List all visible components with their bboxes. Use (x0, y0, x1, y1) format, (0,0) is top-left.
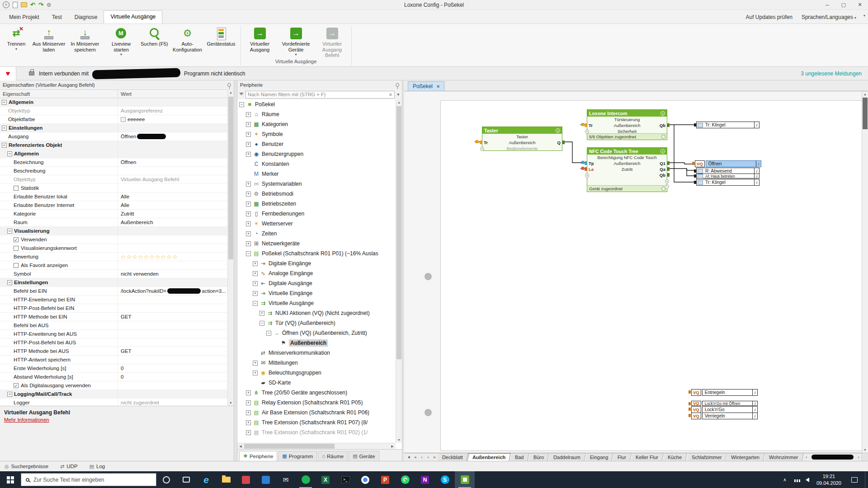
add-input-icon[interactable]: + (480, 147, 484, 151)
expand-icon[interactable]: + (253, 261, 258, 266)
taskbar-search-input[interactable]: Zur Suche Text hier eingeben (21, 473, 156, 486)
page-tab-k-che[interactable]: Küche (663, 453, 688, 461)
ribbon-button-ger-testatus[interactable]: Gerätestatus (206, 26, 237, 56)
pin-icon[interactable] (396, 83, 399, 87)
tree-vertical-scrollbar[interactable]: ▲ ▼ (396, 99, 402, 443)
tree-item-symbole[interactable]: +✶Symbole (237, 129, 396, 139)
checkbox[interactable] (14, 186, 19, 191)
close-button[interactable]: ✕ (852, 0, 868, 9)
collapse-icon[interactable]: − (259, 321, 264, 326)
property-row-objekttyp[interactable]: ObjekttypAusgangsreferenz (0, 107, 227, 115)
tree-item-mitteilungen[interactable]: +✉Mitteilungen (237, 358, 396, 368)
scroll-up-icon[interactable]: ▲ (862, 91, 868, 97)
property-section-allgemein[interactable]: −Allgemein (0, 98, 227, 107)
property-row-http-erweiterung-bei-ein[interactable]: HTTP-Erweiterung bei EIN (0, 296, 227, 304)
property-row-ausgang[interactable]: AusgangÖffnen (0, 132, 227, 141)
property-section-allgemein[interactable]: −Allgemein (0, 150, 227, 158)
expand-icon[interactable]: + (246, 211, 251, 216)
info-icon[interactable]: i (756, 161, 761, 167)
expand-icon[interactable]: + (246, 142, 251, 147)
property-row-logger[interactable]: Loggernicht zugeordnet (0, 399, 227, 406)
property-row-verwenden[interactable]: ✓Verwenden (0, 235, 227, 244)
scroll-down-icon[interactable]: ▼ (396, 437, 402, 443)
tree-item-tree-20-50-ger-te-angeschlossen[interactable]: +⋔Tree (20/50 Geräte angeschlossen) (237, 388, 396, 398)
collapse-icon[interactable]: − (7, 392, 12, 397)
tree-item-merker[interactable]: MMerker (237, 169, 396, 179)
property-section-einstellungen[interactable]: −Einstellungen (0, 124, 227, 132)
page-tab-schlafzimmer[interactable]: Schlafzimmer (686, 453, 727, 461)
ribbon-button-vordefinierte-ger-te[interactable]: Vordefinierte Geräte▾ (278, 26, 314, 58)
tree-item-virtuelle-ausg-nge[interactable]: −⇉Virtuelle Ausgänge (237, 298, 396, 308)
input-pin[interactable] (585, 167, 587, 171)
taskbar-cortana-icon[interactable] (156, 471, 176, 488)
undo-icon[interactable]: ↶ (30, 2, 35, 8)
rating-stars[interactable]: ☆☆☆☆☆☆☆☆☆☆ (121, 253, 178, 260)
scrollbar-thumb[interactable] (863, 98, 868, 129)
document-tab-possekel[interactable]: Poßekel × (408, 81, 444, 91)
property-row-als-digitalausgang-verwenden[interactable]: ✓Als Digitalausgang verwenden (0, 381, 227, 390)
vq-connector-lock-n-go-mit-ffnen[interactable]: VQLock'n'Go mit Öffneni (691, 401, 758, 406)
info-icon[interactable]: i (752, 401, 757, 405)
vq-connector-verriegeln[interactable]: VQVerriegelni (691, 413, 758, 419)
more-information-link[interactable]: Mehr Informationen (4, 417, 49, 422)
ribbon-button-in-miniserver-speichern[interactable]: In Miniserver speichern (67, 26, 103, 56)
expand-icon[interactable]: + (246, 112, 251, 117)
expand-icon[interactable]: + (253, 281, 258, 286)
tree-item-zeiten[interactable]: +◔Zeiten (237, 229, 396, 239)
info-icon[interactable]: i (660, 111, 665, 116)
property-row-als-favorit-anzeigen[interactable]: Als Favorit anzeigen (0, 261, 227, 270)
tree-item-betriebsmodi[interactable]: +⚙Betriebsmodi (237, 189, 396, 199)
page-tab-bad[interactable]: Bad (509, 453, 529, 461)
input-pin[interactable] (585, 123, 587, 127)
taskbar-onenote-icon[interactable]: N (415, 471, 435, 488)
output-pin[interactable] (562, 141, 565, 144)
info-icon[interactable]: i (754, 122, 759, 128)
page-tab-wohnzimmer[interactable]: Wohnzimmer (764, 453, 803, 461)
scroll-left-icon[interactable]: ◀ (237, 443, 244, 449)
menubar-sprachen-languages[interactable]: Sprachen/Languages▾ (802, 14, 856, 20)
maximize-button[interactable]: ▢ (835, 0, 852, 9)
expand-icon[interactable]: + (259, 311, 264, 316)
tree-item-ffnen-vq-au-enbereich-zutritt[interactable]: −→Öffnen (VQ) (Außenbereich, Zutritt) (237, 328, 396, 338)
ribbon-button-auto-konfiguration[interactable]: Auto-Konfiguration (170, 26, 206, 56)
taskbar-task-view-icon[interactable] (176, 471, 196, 488)
tree-item-benutzer[interactable]: +●Benutzer (237, 139, 396, 149)
tree-item-t-r-vq-au-enbereich[interactable]: −⇉Tür (VQ) (Außenbereich) (237, 318, 396, 328)
tree-item-tree-extension-schaltschrank-r01-p02-1[interactable]: +▤Tree Extension (Schaltschrank R01 P02)… (237, 427, 396, 437)
tree-item-po-ekel[interactable]: −■Poßekel (237, 99, 396, 109)
property-row-erste-wiederholung-s[interactable]: Erste Wiederholung [s]0 (0, 364, 227, 373)
property-row-erlaubte-benutzer-internet[interactable]: Erlaubte Benutzer InternetAlle (0, 201, 227, 210)
color-swatch[interactable] (121, 117, 126, 122)
open-file-icon[interactable] (21, 2, 27, 7)
add-input-icon[interactable]: + (585, 174, 589, 178)
clock[interactable]: 19:21 09.04.2020 (814, 473, 844, 486)
menu-tab-virtuelle-ausg-nge[interactable]: Virtuelle Ausgänge (104, 10, 162, 23)
collapse-icon[interactable]: − (246, 251, 251, 256)
tree-item-kategorien[interactable]: +▦Kategorien (237, 119, 396, 129)
taskbar-chrome-icon[interactable] (355, 471, 375, 488)
checkbox[interactable] (14, 246, 19, 251)
collapse-icon[interactable]: − (239, 102, 244, 107)
function-block-nfc-code-touch-tree[interactable]: NFC Code Touch TreeiBerechtigung NFC Cod… (587, 147, 667, 192)
new-file-icon[interactable] (13, 2, 18, 8)
taskbar-store-icon[interactable] (236, 471, 256, 488)
tree-item-po-ekel-schaltschrank-r01-p01-16-auslas[interactable]: −▤Poßekel (Schaltschrank R01 P01) (~16% … (237, 249, 396, 258)
checkbox[interactable]: ✓ (14, 383, 19, 388)
property-section-logging-mail-call-track[interactable]: −Logging/Mail/Call/Track (0, 390, 227, 399)
tree-item-digitale-eing-nge[interactable]: +⇥Digitale Eingänge (237, 258, 396, 268)
scroll-right-icon[interactable]: ▶ (389, 443, 396, 449)
property-row-raum[interactable]: RaumAußenbereich (0, 218, 227, 227)
function-block-taster[interactable]: TasteriTasterTrAußenbereichQBedienelemen… (482, 127, 562, 151)
page-tab-wintergarten[interactable]: Wintergarten (726, 453, 765, 461)
properties-scrollbar[interactable]: ▲ ▼ (227, 89, 234, 406)
property-row-objektfarbe[interactable]: Objektfarbeeeeeee (0, 115, 227, 124)
tree-item-relay-extension-schaltschrank-r01-p05[interactable]: +▤Relay Extension (Schaltschrank R01 P05… (237, 398, 396, 408)
property-row-beschreibung[interactable]: Beschreibung (0, 167, 227, 175)
scrollbar-thumb[interactable] (396, 106, 401, 359)
program-canvas[interactable]: TasteriTasterTrAußenbereichQBedienelemen… (404, 91, 862, 453)
checkbox[interactable] (14, 263, 19, 268)
panel-tab-programm[interactable]: ▦Programm (278, 451, 317, 461)
tree-item-systemvariablen[interactable]: +(x)Systemvariablen (237, 179, 396, 189)
taskbar-whatsapp-icon[interactable] (395, 471, 415, 488)
taskbar-terminal-icon[interactable]: >_ (335, 471, 355, 488)
